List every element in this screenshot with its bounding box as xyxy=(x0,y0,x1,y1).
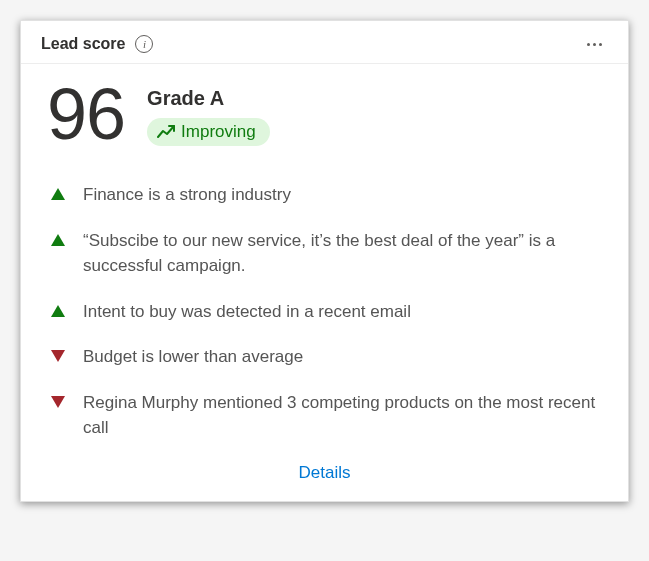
reason-text: Intent to buy was detected in a recent e… xyxy=(83,299,600,325)
lead-score-card: Lead score i 96 Grade A Improving Financ… xyxy=(20,20,629,502)
score-row: 96 Grade A Improving xyxy=(21,64,628,160)
reasons-list: Finance is a strong industry “Subscibe t… xyxy=(21,160,628,457)
more-button[interactable] xyxy=(581,39,608,50)
reason-text: Budget is lower than average xyxy=(83,344,600,370)
reason-text: “Subscibe to our new service, it’s the b… xyxy=(83,228,600,279)
more-dots-icon xyxy=(587,43,590,46)
triangle-up-icon xyxy=(51,188,65,200)
card-title: Lead score xyxy=(41,35,125,53)
footer: Details xyxy=(21,457,628,501)
triangle-down-icon xyxy=(51,350,65,362)
list-item: Finance is a strong industry xyxy=(51,172,600,218)
details-link[interactable]: Details xyxy=(299,463,351,482)
score-grade: Grade A xyxy=(147,87,270,110)
list-item: Intent to buy was detected in a recent e… xyxy=(51,289,600,335)
score-value: 96 xyxy=(47,78,125,150)
info-icon[interactable]: i xyxy=(135,35,153,53)
list-item: Regina Murphy mentioned 3 competing prod… xyxy=(51,380,600,451)
trend-up-icon xyxy=(157,125,175,139)
trend-badge: Improving xyxy=(147,118,270,146)
list-item: Budget is lower than average xyxy=(51,334,600,380)
reason-text: Regina Murphy mentioned 3 competing prod… xyxy=(83,390,600,441)
card-header: Lead score i xyxy=(21,21,628,64)
score-meta: Grade A Improving xyxy=(147,83,270,146)
triangle-down-icon xyxy=(51,396,65,408)
triangle-up-icon xyxy=(51,305,65,317)
trend-label: Improving xyxy=(181,122,256,142)
triangle-up-icon xyxy=(51,234,65,246)
list-item: “Subscibe to our new service, it’s the b… xyxy=(51,218,600,289)
reason-text: Finance is a strong industry xyxy=(83,182,600,208)
